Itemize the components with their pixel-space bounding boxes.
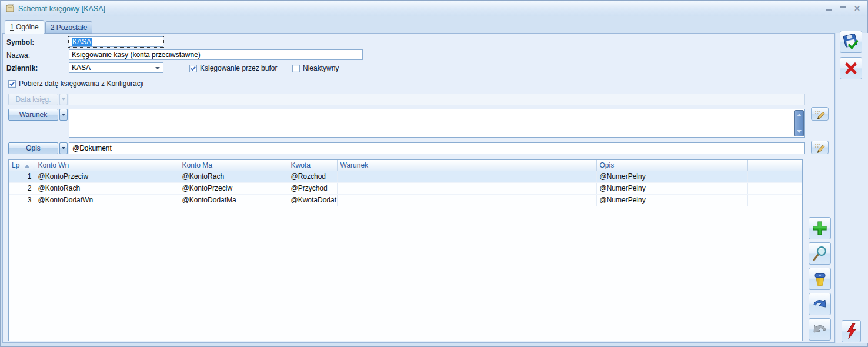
sort-asc-icon bbox=[25, 165, 29, 168]
table-row[interactable]: 3@KontoDodatWn@KontoDodatMa@KwotaDodat@N… bbox=[9, 194, 802, 206]
maximize-button[interactable] bbox=[839, 5, 847, 13]
warunek-dropdown[interactable] bbox=[59, 109, 68, 121]
plus-icon bbox=[812, 220, 828, 236]
dziennik-combobox[interactable]: KASA bbox=[69, 62, 163, 73]
cancel-button[interactable] bbox=[840, 57, 862, 79]
opis-input[interactable]: @Dokument bbox=[69, 142, 805, 154]
col-konto-ma[interactable]: Konto Ma bbox=[179, 160, 288, 171]
table-row[interactable]: 2@KontoRach@KontoPrzeciw@Przychod@NumerP… bbox=[9, 182, 802, 194]
data-ksieg-dropdown bbox=[59, 94, 68, 105]
window-title: Schemat księgowy [KASA] bbox=[18, 5, 105, 13]
checkbox-nieaktywny[interactable]: Nieaktywny bbox=[292, 64, 339, 72]
data-ksieg-button: Data księg. bbox=[8, 94, 68, 105]
tab-pozostale[interactable]: 2 Pozostałe bbox=[45, 21, 93, 34]
tab-bar: 1 Ogólne 2 Pozostałe bbox=[5, 20, 92, 34]
chevron-down-icon bbox=[155, 67, 160, 69]
warunek-wizard-button[interactable] bbox=[811, 107, 829, 121]
red-x-icon bbox=[843, 60, 859, 76]
delete-row-button[interactable] bbox=[809, 268, 831, 290]
save-button[interactable] bbox=[840, 31, 862, 53]
close-button[interactable]: ✕ bbox=[853, 5, 861, 13]
nazwa-input[interactable]: Księgowanie kasy (konta przeciwstawne) bbox=[69, 49, 363, 60]
dialog-window: Schemat księgowy [KASA] ✕ 1 Ogólne 2 Poz… bbox=[0, 0, 868, 347]
dziennik-label: Dziennik: bbox=[6, 64, 38, 72]
blue-curved-arrow-icon bbox=[812, 296, 828, 312]
wizard-pencil-icon bbox=[813, 109, 826, 119]
checkbox-unchecked-icon bbox=[292, 65, 300, 72]
redo-button[interactable] bbox=[809, 293, 831, 315]
checkbox-checked-icon bbox=[8, 80, 16, 88]
minimize-button[interactable] bbox=[825, 5, 833, 13]
opis-button[interactable]: Opis bbox=[8, 142, 68, 154]
symbol-input[interactable]: KASA bbox=[69, 36, 163, 47]
opis-dropdown[interactable] bbox=[59, 142, 68, 154]
warunek-button[interactable]: Warunek bbox=[8, 109, 68, 121]
scroll-down-icon[interactable] bbox=[797, 130, 802, 133]
checkbox-pobierz-date[interactable]: Pobierz datę księgowania z Konfiguracji bbox=[8, 79, 143, 88]
warunek-scrollbar[interactable] bbox=[794, 110, 804, 136]
symbol-label: Symbol: bbox=[6, 38, 34, 46]
col-konto-wn[interactable]: Konto Wn bbox=[35, 160, 179, 171]
warunek-textarea[interactable] bbox=[69, 109, 805, 138]
save-icon bbox=[842, 33, 860, 51]
right-button-strip bbox=[836, 33, 868, 343]
checkbox-checked-icon bbox=[189, 65, 197, 72]
opis-wizard-button[interactable] bbox=[811, 141, 829, 154]
run-button[interactable] bbox=[842, 320, 861, 342]
col-opis[interactable]: Opis bbox=[596, 160, 747, 171]
undo-button[interactable] bbox=[809, 318, 831, 341]
lightning-icon bbox=[844, 322, 859, 340]
trash-icon bbox=[812, 271, 828, 287]
nazwa-label: Nazwa: bbox=[6, 51, 30, 59]
schema-table: Lp Konto Wn Konto Ma Kwota Warunek Opis … bbox=[8, 159, 803, 341]
col-lp[interactable]: Lp bbox=[9, 160, 35, 171]
wizard-pencil-icon bbox=[813, 142, 826, 153]
checkbox-ksiegowanie-przez-bufor[interactable]: Księgowanie przez bufor bbox=[189, 64, 277, 72]
table-row[interactable]: 1@KontoPrzeciw@KontoRach@Rozchod@NumerPe… bbox=[9, 171, 802, 182]
magnifier-icon bbox=[812, 245, 828, 262]
titlebar: Schemat księgowy [KASA] ✕ bbox=[1, 1, 867, 16]
col-warunek[interactable]: Warunek bbox=[337, 160, 596, 171]
search-row-button[interactable] bbox=[809, 242, 831, 265]
add-row-button[interactable] bbox=[809, 217, 831, 239]
data-ksieg-field bbox=[69, 94, 805, 105]
tab-ogolne[interactable]: 1 Ogólne bbox=[5, 20, 44, 34]
ledger-icon bbox=[5, 4, 15, 15]
col-kwota[interactable]: Kwota bbox=[288, 160, 337, 171]
col-empty bbox=[747, 160, 802, 171]
gray-curved-arrow-icon bbox=[812, 321, 828, 338]
table-header-row: Lp Konto Wn Konto Ma Kwota Warunek Opis bbox=[9, 160, 802, 171]
scroll-up-icon[interactable] bbox=[797, 114, 802, 116]
